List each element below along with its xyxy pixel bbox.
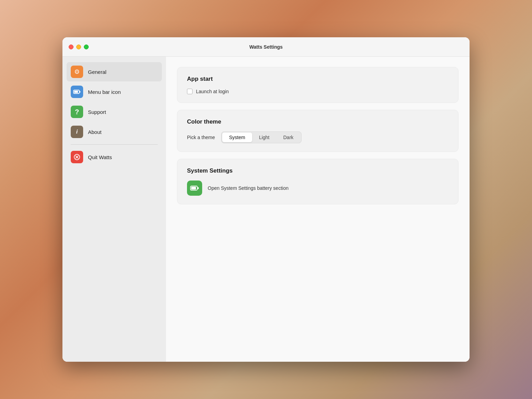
svg-rect-8 [198, 187, 199, 189]
launch-at-login-row: Launch at login [187, 89, 449, 94]
theme-option-dark[interactable]: Dark [276, 133, 301, 142]
app-start-title: App start [187, 76, 449, 82]
sidebar: ⚙ General Menu bar icon ? Support i [62, 57, 166, 362]
maximize-button[interactable] [84, 45, 89, 49]
pick-a-theme-label: Pick a theme [187, 135, 215, 140]
svg-rect-1 [74, 91, 78, 93]
sidebar-item-support[interactable]: ? Support [67, 102, 162, 121]
color-theme-title: Color theme [187, 118, 449, 125]
sidebar-label-about: About [88, 129, 101, 135]
launch-at-login-label: Launch at login [196, 89, 229, 94]
system-settings-title: System Settings [187, 167, 449, 174]
sidebar-label-support: Support [88, 109, 106, 115]
content-area: ⚙ General Menu bar icon ? Support i [62, 57, 470, 362]
sidebar-label-general: General [88, 69, 106, 75]
app-start-card: App start Launch at login [177, 67, 459, 103]
main-content: App start Launch at login Color theme Pi… [166, 57, 470, 362]
general-icon: ⚙ [71, 66, 83, 78]
theme-option-light[interactable]: Light [252, 133, 276, 142]
system-settings-card: System Settings Open System Settings bat… [177, 159, 459, 204]
sidebar-label-quit: Quit Watts [88, 154, 112, 160]
about-icon: i [71, 126, 83, 138]
sidebar-item-menu-bar-icon[interactable]: Menu bar icon [67, 82, 162, 101]
support-icon: ? [71, 106, 83, 118]
sidebar-label-menu-bar-icon: Menu bar icon [88, 89, 121, 95]
sidebar-item-quit[interactable]: Quit Watts [67, 147, 162, 167]
sidebar-item-about[interactable]: i About [67, 122, 162, 142]
svg-rect-7 [191, 187, 196, 189]
sidebar-item-general[interactable]: ⚙ General [67, 62, 162, 81]
open-system-settings-row[interactable]: Open System Settings battery section [187, 181, 449, 196]
minimize-button[interactable] [76, 45, 81, 49]
theme-option-system[interactable]: System [222, 133, 252, 142]
close-button[interactable] [69, 45, 73, 49]
svg-rect-2 [80, 91, 80, 93]
quit-icon [71, 151, 83, 163]
sidebar-divider [71, 144, 158, 145]
main-window: Watts Settings ⚙ General Menu bar icon [62, 37, 470, 362]
system-settings-battery-icon [187, 181, 202, 196]
window-title: Watts Settings [249, 44, 283, 50]
menu-bar-icon-icon [71, 86, 83, 98]
launch-at-login-checkbox[interactable] [187, 89, 193, 94]
theme-segmented-control: System Light Dark [221, 132, 302, 143]
title-bar: Watts Settings [62, 37, 470, 57]
theme-row: Pick a theme System Light Dark [187, 132, 449, 143]
open-system-settings-label: Open System Settings battery section [208, 185, 288, 191]
color-theme-card: Color theme Pick a theme System Light Da… [177, 110, 459, 152]
traffic-lights [69, 45, 89, 49]
